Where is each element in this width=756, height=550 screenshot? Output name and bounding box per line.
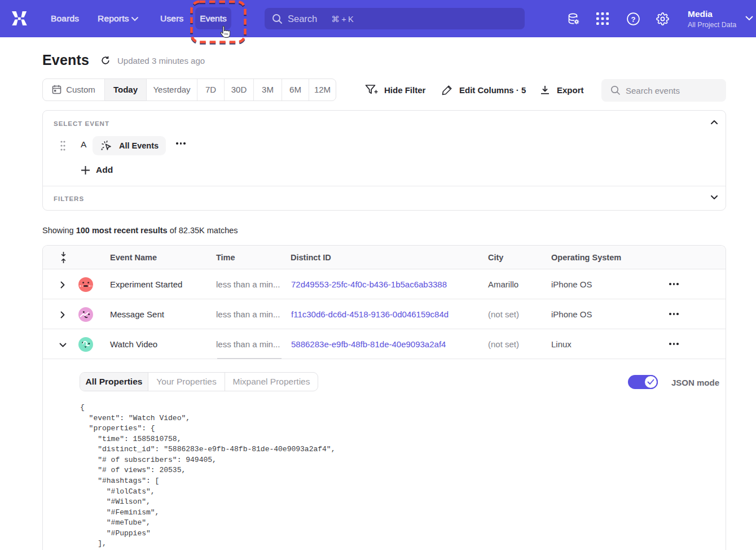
svg-text:?: ? (631, 15, 636, 24)
